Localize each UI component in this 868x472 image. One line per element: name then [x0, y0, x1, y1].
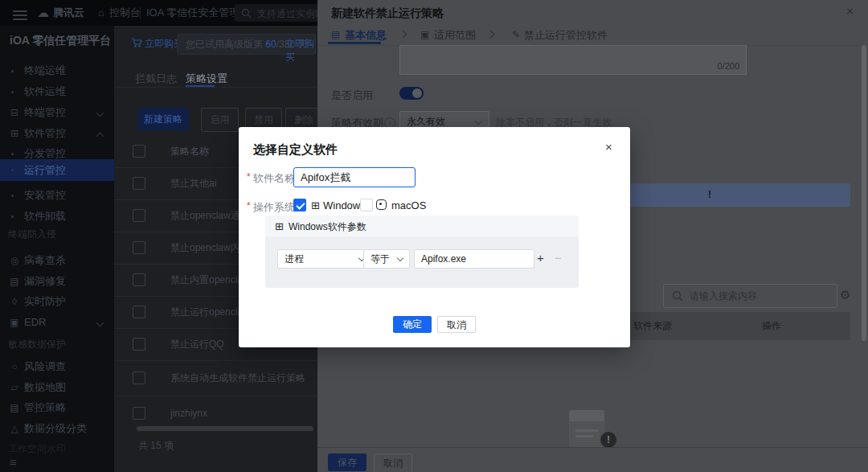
select-all-checkbox[interactable] [133, 145, 145, 158]
sidebar-section-workspace: 工作空间水印 [8, 441, 66, 457]
windows-logo-icon: ⊞ [275, 220, 284, 232]
new-policy-button[interactable]: 新建策略 [137, 108, 189, 130]
macos-checkbox[interactable] [360, 199, 373, 211]
search-icon [241, 8, 252, 18]
sidebar: iOA 零信任管理平台 终端运维 软件运维 ⊟终端管控 ⊞软件管控 分发管控 运… [0, 26, 114, 472]
sidebar-item-software-control[interactable]: ⊞软件管控 [0, 123, 114, 144]
tabbar-border [114, 87, 317, 88]
sidebar-item-run-control[interactable]: 运行管控 [0, 159, 114, 181]
step-chevron-icon [487, 31, 495, 39]
row-checkbox[interactable] [133, 177, 145, 190]
global-search[interactable] [235, 4, 317, 22]
active-step-underline [328, 42, 381, 44]
param-operator-select[interactable]: 等于 [363, 249, 410, 269]
sidebar-item-software-ops[interactable]: 软件运维 [0, 81, 114, 102]
patch-icon: ▤ [9, 271, 20, 292]
select-custom-software-dialog: 选择自定义软件 × * 软件名称 * 操作系统 ⊞ Windows macOS … [239, 127, 630, 347]
policy-description-textarea[interactable]: 0/200 [399, 45, 747, 75]
sidebar-item-software-uninstall[interactable]: 软件卸载 [0, 206, 114, 227]
save-button[interactable]: 保存 [328, 454, 366, 471]
row-checkbox[interactable] [133, 209, 145, 222]
tab-intercept-log[interactable]: 拦截日志 [135, 72, 177, 86]
row-checkbox[interactable] [133, 371, 145, 384]
gear-icon[interactable]: ⚙ [840, 288, 850, 302]
macos-option-label[interactable]: macOS [391, 199, 426, 211]
confirm-button[interactable]: 确定 [393, 316, 432, 333]
chevron-down-icon [397, 255, 403, 261]
row-checkbox[interactable] [133, 338, 145, 351]
sidebar-item-realtime-protect[interactable]: ◊实时防护 [0, 291, 114, 312]
software-search[interactable] [663, 284, 837, 308]
global-search-input[interactable] [256, 4, 317, 22]
tab-policy-settings[interactable]: 策略设置 [186, 72, 227, 86]
drawer-close-icon[interactable]: × [846, 4, 854, 18]
cloud-logo-icon: ☁ [37, 0, 49, 26]
total-count: 共 15 项 [138, 439, 174, 453]
param-type-select[interactable]: 进程 [277, 249, 371, 269]
search-icon [672, 290, 683, 302]
sidebar-item-data-classify[interactable]: △数据分级分类 [0, 418, 114, 439]
sidebar-item-install-control[interactable]: 安装管控 [0, 185, 114, 206]
windows-logo-icon: ⊞ [311, 199, 320, 211]
drawer-title: 新建软件禁止运行策略 [331, 6, 444, 21]
enable-button[interactable]: 启用 [201, 108, 239, 132]
sidebar-item-data-map[interactable]: ▱数据地图 [0, 377, 114, 398]
macos-logo-icon [376, 199, 387, 210]
sidebar-item-risk-survey[interactable]: ○风险调查 [0, 356, 114, 377]
risk-icon: ○ [9, 356, 20, 377]
edr-icon: ▣ [9, 312, 20, 333]
table-row[interactable]: 系统自动生成软件禁止运行策略 [114, 360, 317, 396]
enable-label: 是否启用 [331, 88, 373, 103]
trial-days: 60 [265, 39, 276, 50]
buy-now-link-2[interactable]: 立即购买 [285, 37, 317, 64]
step-scope[interactable]: 适用范围 [434, 28, 476, 43]
enable-toggle[interactable] [399, 87, 424, 100]
sidebar-item-virus-scan[interactable]: ◎病毒查杀 [0, 250, 114, 271]
os-label: 操作系统 [253, 200, 295, 215]
exclamation-mark: ! [708, 189, 711, 200]
row-checkbox[interactable] [133, 306, 145, 318]
classify-icon: △ [9, 418, 20, 439]
step-blocked-software[interactable]: 禁止运行管控软件 [524, 28, 608, 43]
windows-option-label[interactable]: Windows [323, 199, 366, 211]
sidebar-item-control-policy[interactable]: ▤管控策略 [0, 397, 114, 418]
row-checkbox[interactable] [133, 407, 145, 420]
cancel-button[interactable]: 取消 [374, 454, 412, 472]
required-mark: * [247, 200, 251, 211]
dialog-cancel-button[interactable]: 取消 [437, 316, 476, 333]
remove-param-button[interactable]: − [555, 251, 562, 265]
step-basic-info[interactable]: 基本信息 [345, 28, 387, 43]
software-name-label: 软件名称 [253, 171, 295, 186]
sidebar-item-terminal-control[interactable]: ⊟终端管控 [0, 102, 114, 123]
sidebar-item-vuln-fix[interactable]: ▤漏洞修复 [0, 271, 114, 292]
vertical-scrollbar[interactable] [862, 45, 866, 341]
row-checkbox[interactable] [133, 241, 145, 254]
brand-logo[interactable]: 腾讯云 [53, 0, 84, 26]
param-value-input[interactable] [414, 249, 534, 269]
row-checkbox[interactable] [133, 273, 145, 286]
column-action: 操作 [762, 312, 781, 340]
horizontal-scrollbar[interactable] [137, 426, 313, 431]
windows-params-header: ⊞ Windows软件参数 [265, 215, 579, 236]
topbar-divider [140, 7, 141, 18]
software-name-input[interactable] [293, 167, 416, 187]
footer-divider [317, 447, 868, 448]
software-search-input[interactable] [688, 285, 834, 307]
add-param-button[interactable]: + [537, 251, 544, 265]
sidebar-collapse-icon[interactable]: ≡ [10, 455, 17, 469]
hamburger-menu-icon[interactable] [13, 8, 27, 23]
dialog-close-icon[interactable]: × [605, 140, 612, 154]
sidebar-item-terminal-ops[interactable]: 终端运维 [0, 60, 114, 81]
virus-scan-icon: ◎ [9, 250, 20, 271]
terminal-icon: ⊟ [9, 102, 20, 123]
grid-icon: ⊞ [9, 123, 20, 144]
home-icon: ⌂ [98, 0, 104, 26]
console-link[interactable]: 控制台 [109, 0, 141, 26]
shield-icon: ◊ [9, 291, 20, 312]
policy-icon: ▤ [9, 397, 20, 418]
char-counter: 0/200 [717, 61, 739, 71]
sidebar-item-edr[interactable]: ▣EDR [0, 312, 114, 333]
windows-checkbox[interactable] [293, 199, 306, 211]
sidebar-section-intrusion: 终端防入侵 [8, 226, 56, 242]
column-source: 软件来源 [633, 312, 672, 340]
